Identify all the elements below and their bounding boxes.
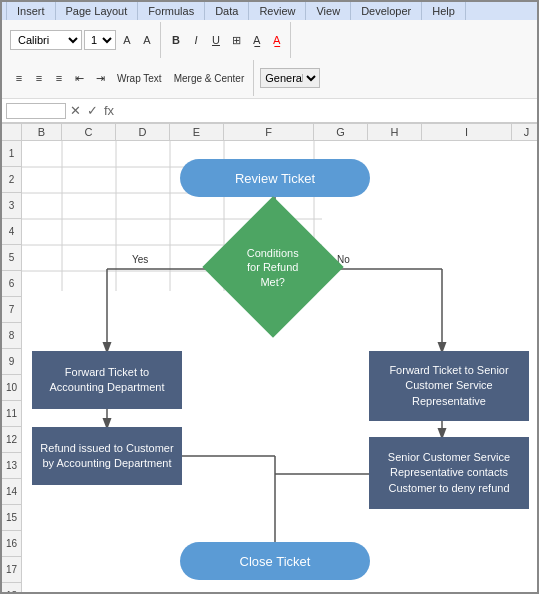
col-header-f[interactable]: F [224,124,314,140]
tab-help[interactable]: Help [422,2,466,20]
row-header-10: 10 [2,375,21,401]
row-header-18: 18 [2,583,21,592]
name-box[interactable] [6,103,66,119]
row-header-12: 12 [2,427,21,453]
row-header-15: 15 [2,505,21,531]
font-grow-button[interactable]: A [118,30,136,50]
row-header-14: 14 [2,479,21,505]
row-header-3: 3 [2,193,21,219]
font-family-select[interactable]: Calibri [10,30,82,50]
row-header-6: 6 [2,271,21,297]
row-header-9: 9 [2,349,21,375]
number-group: General [256,60,324,96]
conditions-label: Conditionsfor RefundMet? [233,246,313,289]
col-header-d[interactable]: D [116,124,170,140]
refund-issued-label: Refund issued to Customerby Accounting D… [40,441,173,472]
col-header-h[interactable]: H [368,124,422,140]
underline-button[interactable]: U [207,30,225,50]
grid-body: 1 2 3 4 5 6 7 8 9 10 11 12 13 14 15 16 1… [2,141,537,592]
formula-bar: ✕ ✓ fx [2,99,537,123]
italic-button[interactable]: I [187,30,205,50]
number-format-select[interactable]: General [260,68,320,88]
row-header-2: 2 [2,167,21,193]
align-right-button[interactable]: ≡ [50,68,68,88]
col-header-e[interactable]: E [170,124,224,140]
ribbon-tabs: Insert Page Layout Formulas Data Review … [2,2,537,20]
row-header-16: 16 [2,531,21,557]
font-color-button[interactable]: A̲ [268,30,286,50]
close-ticket-label: Close Ticket [240,554,311,569]
corner-spacer [2,124,22,140]
wrap-text-button[interactable]: Wrap Text [112,68,167,88]
border-button[interactable]: ⊞ [227,30,246,50]
col-header-j[interactable]: J [512,124,537,140]
excel-window: Insert Page Layout Formulas Data Review … [0,0,539,594]
align-left-button[interactable]: ≡ [10,68,28,88]
merge-center-button[interactable]: Merge & Center [169,68,250,88]
col-header-b[interactable]: B [22,124,62,140]
review-ticket-shape: Review Ticket [180,159,370,197]
col-header-g[interactable]: G [314,124,368,140]
align-center-button[interactable]: ≡ [30,68,48,88]
grid-content: Yes No [22,141,537,592]
row-header-7: 7 [2,297,21,323]
fill-color-button[interactable]: A̲ [248,30,266,50]
tab-developer[interactable]: Developer [351,2,422,20]
indent-increase-button[interactable]: ⇥ [91,68,110,88]
tab-insert[interactable]: Insert [6,2,56,20]
function-icon[interactable]: fx [104,103,114,118]
formula-icons: ✕ ✓ fx [70,103,114,118]
col-header-i[interactable]: I [422,124,512,140]
conditions-diamond: Conditionsfor RefundMet? [202,196,343,337]
ribbon-toolbar: Calibri 11 A A B I U ⊞ A̲ A̲ ≡ ≡ ≡ ⇤ [2,20,537,99]
row-header-17: 17 [2,557,21,583]
senior-contacts-label: Senior Customer ServiceRepresentative co… [388,450,510,496]
diamond-container: Conditionsfor RefundMet? [218,217,328,317]
tab-review[interactable]: Review [249,2,306,20]
row-header-4: 4 [2,219,21,245]
row-header-11: 11 [2,401,21,427]
font-group: Calibri 11 A A [6,22,161,58]
bold-button[interactable]: B [167,30,185,50]
formula-input[interactable] [118,105,533,117]
row-header-1: 1 [2,141,21,167]
flowchart: Yes No [22,141,537,592]
row-header-8: 8 [2,323,21,349]
row-header-13: 13 [2,453,21,479]
format-group: B I U ⊞ A̲ A̲ [163,22,291,58]
col-header-c[interactable]: C [62,124,116,140]
tab-page-layout[interactable]: Page Layout [56,2,139,20]
forward-senior-shape: Forward Ticket to SeniorCustomer Service… [369,351,529,421]
tab-formulas[interactable]: Formulas [138,2,205,20]
forward-accounting-shape: Forward Ticket toAccounting Department [32,351,182,409]
svg-text:Yes: Yes [132,254,148,265]
confirm-icon[interactable]: ✓ [87,103,98,118]
row-headers: 1 2 3 4 5 6 7 8 9 10 11 12 13 14 15 16 1… [2,141,22,592]
alignment-group: ≡ ≡ ≡ ⇤ ⇥ Wrap Text Merge & Center [6,60,254,96]
indent-decrease-button[interactable]: ⇤ [70,68,89,88]
ribbon: Insert Page Layout Formulas Data Review … [2,2,537,124]
forward-accounting-label: Forward Ticket toAccounting Department [50,365,165,396]
tab-data[interactable]: Data [205,2,249,20]
font-shrink-button[interactable]: A [138,30,156,50]
cancel-icon[interactable]: ✕ [70,103,81,118]
column-headers: B C D E F G H I J [2,124,537,141]
forward-senior-label: Forward Ticket to SeniorCustomer Service… [389,363,508,409]
font-size-select[interactable]: 11 [84,30,116,50]
refund-issued-shape: Refund issued to Customerby Accounting D… [32,427,182,485]
row-header-5: 5 [2,245,21,271]
close-ticket-shape: Close Ticket [180,542,370,580]
senior-contacts-shape: Senior Customer ServiceRepresentative co… [369,437,529,509]
grid-area: B C D E F G H I J 1 2 3 4 5 6 7 8 9 10 [2,124,537,592]
review-ticket-label: Review Ticket [235,171,315,186]
tab-view[interactable]: View [306,2,351,20]
